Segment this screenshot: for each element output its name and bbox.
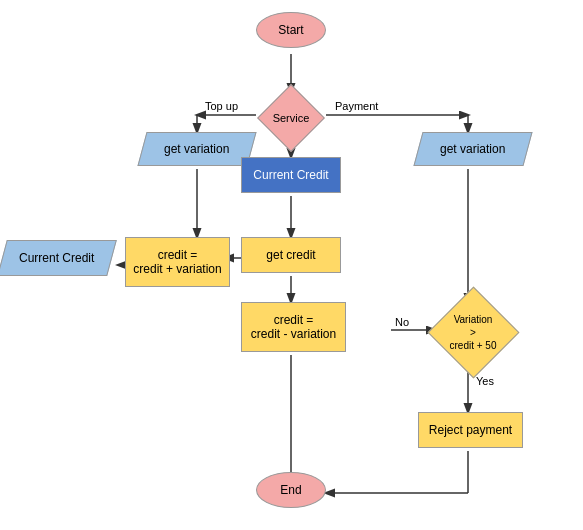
credit-plus-node: credit = credit + variation (125, 237, 230, 287)
flowchart-canvas: Start Service Top up Payment get variati… (0, 0, 583, 530)
current-credit-top-node: Current Credit (241, 157, 341, 193)
credit-plus-label: credit = credit + variation (133, 248, 221, 276)
service-diamond: Service (261, 88, 321, 148)
topup-label: Top up (205, 100, 238, 112)
variation-check-diamond: Variation > credit + 50 (428, 295, 518, 370)
credit-minus-node: credit = credit - variation (241, 302, 346, 352)
current-credit-left-node: Current Credit (2, 240, 112, 276)
current-credit-top-label: Current Credit (253, 168, 328, 182)
reject-payment-node: Reject payment (418, 412, 523, 448)
no-label: No (395, 316, 409, 328)
start-node: Start (256, 12, 326, 48)
end-label: End (280, 483, 301, 497)
get-credit-node: get credit (241, 237, 341, 273)
yes-label: Yes (476, 375, 494, 387)
get-variation-right-label: get variation (440, 142, 505, 156)
get-credit-label: get credit (266, 248, 315, 262)
start-label: Start (278, 23, 303, 37)
reject-payment-label: Reject payment (429, 423, 512, 437)
get-variation-left-node: get variation (142, 132, 252, 166)
payment-label: Payment (335, 100, 378, 112)
end-node: End (256, 472, 326, 508)
current-credit-left-label: Current Credit (19, 251, 94, 265)
credit-minus-label: credit = credit - variation (251, 313, 336, 341)
get-variation-left-label: get variation (164, 142, 229, 156)
get-variation-right-node: get variation (418, 132, 528, 166)
